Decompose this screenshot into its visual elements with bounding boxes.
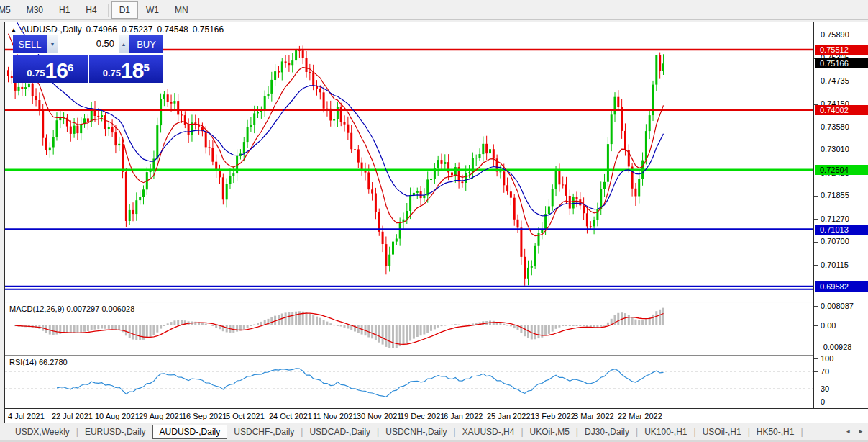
candle-body	[534, 246, 536, 266]
axis-tick	[814, 348, 818, 348]
candle-body	[655, 55, 657, 84]
axis-tick	[814, 325, 818, 326]
macd-bar	[607, 323, 609, 325]
timeframe-button-d1[interactable]: D1	[111, 1, 138, 19]
macd-bar	[420, 325, 422, 335]
macd-bar	[337, 325, 339, 326]
timeframe-button-h4[interactable]: H4	[78, 1, 104, 19]
volume-decrease-button[interactable]: ▼	[47, 35, 58, 53]
macd-bar	[552, 325, 554, 332]
macd-bar	[614, 315, 616, 325]
rsi-chart[interactable]	[5, 356, 813, 407]
candle-body	[232, 173, 234, 176]
candle-body	[35, 96, 37, 100]
macd-bar	[73, 325, 76, 333]
macd-bar	[579, 325, 581, 326]
sell-button[interactable]: SELL	[13, 35, 47, 53]
candle-body	[562, 184, 564, 185]
candle-body	[649, 115, 651, 131]
sell-price-box[interactable]: 0.75166	[13, 55, 88, 83]
macd-bar	[634, 320, 636, 325]
candle-body	[520, 227, 522, 257]
date-axis[interactable]: 4 Jul 202122 Jul 202110 Aug 202129 Aug 2…	[5, 408, 868, 423]
date-axis-label: 29 Aug 2021	[139, 412, 183, 420]
rsi-axis-label: 0	[821, 397, 825, 407]
candle-body	[662, 63, 664, 71]
candle-body	[465, 173, 467, 183]
tab-audusd-daily[interactable]: AUDUSD-,Daily	[152, 425, 228, 439]
tab-eurusd-daily[interactable]: EURUSD-,Daily	[78, 425, 152, 439]
timeframe-button-h1[interactable]: H1	[51, 1, 78, 19]
tab-dj30-daily[interactable]: DJ30-,Daily	[578, 425, 636, 439]
price-axis-label: 0.73580	[821, 122, 849, 132]
price-axis[interactable]: 0.758900.753050.747350.741500.735800.730…	[813, 22, 868, 408]
macd-bar	[392, 325, 394, 348]
macd-bar	[80, 325, 82, 333]
tab-usdchf-daily[interactable]: USDCHF-,Daily	[227, 425, 301, 439]
macd-bar	[129, 325, 131, 338]
macd-bar	[184, 320, 186, 325]
macd-bar	[94, 325, 96, 330]
candle-body	[437, 160, 439, 168]
candle-body	[247, 127, 249, 142]
rsi-indicator-label: RSI(14) 66.2780	[9, 358, 68, 366]
price-axis-label: 0.75890	[821, 30, 849, 40]
candle-body	[375, 194, 377, 212]
macd-bar	[170, 322, 173, 325]
candle-body	[250, 125, 252, 127]
macd-bar	[451, 325, 453, 325]
macd-bar	[142, 325, 145, 340]
tab-usoil-h1[interactable]: USOil-,H1	[696, 425, 748, 439]
candle-body	[485, 144, 488, 153]
candle-body	[527, 268, 529, 279]
date-axis-label: 6 Jan 2022	[444, 412, 483, 420]
macd-bar	[434, 325, 436, 329]
candle-body	[274, 71, 276, 80]
timeframe-button-w1[interactable]: W1	[138, 1, 167, 19]
macd-bar	[215, 325, 217, 328]
chart-window: MACD(12,26,9) 0.007297 0.006028 RSI(14) …	[4, 22, 868, 423]
tab-usdcnh-daily[interactable]: USDCNH-,Daily	[379, 425, 453, 439]
candle-body	[181, 114, 183, 115]
timeframe-button-m30[interactable]: M30	[19, 1, 51, 19]
volume-input[interactable]: 0.50	[58, 35, 119, 53]
candle-body	[596, 209, 598, 220]
timeframe-button-mn[interactable]: MN	[167, 1, 196, 19]
candle-body	[586, 213, 588, 226]
volume-increase-button[interactable]: ▲	[119, 35, 129, 53]
tab-xauusd-h4[interactable]: XAUUSD-,H4	[456, 425, 521, 439]
rsi-axis-label: 100	[821, 354, 833, 364]
candle-body	[150, 171, 152, 173]
price-level-badge: 0.71013	[815, 225, 868, 235]
candle-body	[288, 63, 290, 65]
price-level-badge: 0.72504	[815, 165, 868, 175]
tab-ukoil-m5[interactable]: UKOil-,M5	[524, 425, 576, 439]
candle-body	[177, 101, 179, 114]
candle-body	[160, 99, 162, 125]
macd-bar	[617, 313, 619, 325]
macd-bar	[132, 325, 134, 340]
macd-bar	[66, 325, 68, 333]
candle-body	[552, 189, 554, 207]
tab-hk50-h1[interactable]: HK50-,H1	[750, 425, 801, 439]
collapse-arrow-icon[interactable]: ▲	[11, 27, 17, 33]
tab-scroll-left-icon[interactable]: ◄	[845, 428, 851, 435]
buy-button[interactable]: BUY	[129, 35, 163, 53]
macd-bar	[139, 325, 141, 340]
tab-scroll-right-icon[interactable]: ►	[858, 428, 864, 435]
date-axis-label: 22 Mar 2022	[618, 412, 662, 420]
buy-price-box[interactable]: 0.75185	[89, 55, 164, 83]
candle-body	[614, 97, 616, 115]
candle-body	[350, 133, 352, 150]
macd-bar	[173, 320, 175, 325]
tab-usdx-weekly[interactable]: USDX,Weekly	[9, 425, 76, 439]
macd-bar	[319, 318, 321, 325]
tab-uk100-h1[interactable]: UK100-,H1	[638, 425, 693, 439]
candle-body	[125, 172, 127, 221]
candle-body	[323, 92, 325, 109]
candle-body	[337, 107, 339, 119]
candle-body	[572, 197, 575, 209]
macd-bar	[209, 325, 211, 325]
tab-usdcad-daily[interactable]: USDCAD-,Daily	[303, 425, 377, 439]
timeframe-button-m5[interactable]: M5	[0, 1, 19, 19]
